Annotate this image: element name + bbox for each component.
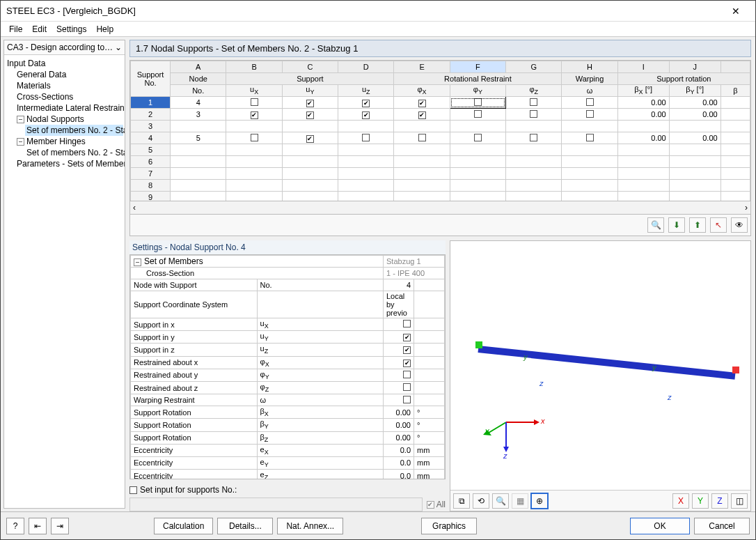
grid-cell[interactable] xyxy=(617,180,669,192)
checkbox[interactable] xyxy=(362,134,370,141)
grid-cell[interactable] xyxy=(282,180,338,192)
grid-cell[interactable] xyxy=(338,109,394,121)
grid-cell[interactable] xyxy=(669,192,720,201)
grid-cell[interactable] xyxy=(450,132,505,144)
details-button[interactable]: Details... xyxy=(217,518,273,534)
grid-cell[interactable] xyxy=(338,180,394,192)
grid-cell[interactable]: 0.00 xyxy=(669,109,720,121)
row-header[interactable]: 8 xyxy=(131,180,171,192)
checkbox[interactable] xyxy=(306,111,314,119)
checkbox[interactable] xyxy=(251,134,258,141)
row-header[interactable]: 5 xyxy=(131,144,171,156)
tree-inputdata[interactable]: Input Data xyxy=(6,58,123,69)
excel-import-icon[interactable]: ⬆ xyxy=(689,217,706,233)
case-dropdown[interactable]: CA3 - Design according to Euro ⌄ xyxy=(4,40,125,55)
grid-cell[interactable] xyxy=(720,109,750,121)
grid-cell[interactable] xyxy=(171,192,226,201)
grid-cell[interactable] xyxy=(720,121,750,132)
graphics-button[interactable]: Graphics xyxy=(421,518,477,534)
row-header[interactable]: 3 xyxy=(131,121,171,132)
cancel-button[interactable]: Cancel xyxy=(694,518,750,534)
view-z-icon[interactable]: Z xyxy=(711,493,728,509)
nav-tree[interactable]: Input Data General Data Materials Cross-… xyxy=(4,55,125,508)
checkbox[interactable] xyxy=(474,134,482,141)
grid-cell[interactable] xyxy=(562,168,617,180)
grid-cell[interactable] xyxy=(506,132,562,144)
view-iso-icon[interactable]: ◫ xyxy=(731,493,748,509)
grid-cell[interactable] xyxy=(617,121,669,132)
grid-cell[interactable] xyxy=(720,192,750,201)
grid-cell[interactable] xyxy=(562,192,617,201)
checkbox[interactable] xyxy=(403,320,411,327)
grid-cell[interactable] xyxy=(617,168,669,180)
checkbox[interactable] xyxy=(251,98,258,106)
grid-cell[interactable] xyxy=(394,168,450,180)
collapse-icon[interactable]: – xyxy=(134,259,141,266)
checkbox[interactable] xyxy=(362,100,370,107)
zoom-icon[interactable]: 🔍 xyxy=(647,217,664,233)
grid-cell[interactable] xyxy=(226,109,282,121)
grid-cell[interactable] xyxy=(562,121,617,132)
tree-nodal-set[interactable]: Set of members No. 2 - Sta xyxy=(25,125,123,136)
grid-cell[interactable] xyxy=(226,156,282,168)
grid-cell[interactable] xyxy=(669,121,720,132)
supports-input[interactable] xyxy=(129,497,423,511)
grid-cell[interactable] xyxy=(226,144,282,156)
checkbox[interactable] xyxy=(530,134,537,141)
ok-button[interactable]: OK xyxy=(630,518,690,534)
prev-button[interactable]: ⇤ xyxy=(29,518,47,534)
row-header[interactable]: 9 xyxy=(131,192,171,201)
grid-cell[interactable] xyxy=(562,180,617,192)
checkbox[interactable] xyxy=(403,383,411,391)
grid-cell[interactable] xyxy=(282,156,338,168)
grid-cell[interactable] xyxy=(226,180,282,192)
grid-cell[interactable] xyxy=(282,144,338,156)
set-input-checkbox[interactable] xyxy=(129,486,137,494)
checkbox[interactable] xyxy=(418,111,426,119)
checkbox[interactable] xyxy=(586,110,594,118)
grid-cell[interactable] xyxy=(562,109,617,121)
view-orbit-icon[interactable]: ⟲ xyxy=(473,493,489,509)
grid-cell[interactable] xyxy=(720,168,750,180)
grid-cell[interactable] xyxy=(282,121,338,132)
grid-cell[interactable] xyxy=(506,168,562,180)
grid-cell[interactable]: 0.00 xyxy=(669,132,720,144)
grid-cell[interactable] xyxy=(720,180,750,192)
menu-help[interactable]: Help xyxy=(96,24,113,34)
row-header[interactable]: 6 xyxy=(131,156,171,168)
tree-general[interactable]: General Data xyxy=(15,69,123,80)
grid-cell[interactable] xyxy=(506,192,562,201)
grid-cell[interactable]: 0.00 xyxy=(669,97,720,109)
grid-cell[interactable] xyxy=(506,109,562,121)
view-support-icon[interactable]: ⊕ xyxy=(531,493,548,509)
help-button[interactable]: ? xyxy=(6,518,24,534)
excel-export-icon[interactable]: ⬇ xyxy=(668,217,685,233)
grid-cell[interactable] xyxy=(394,132,450,144)
grid-cell[interactable]: 0.00 xyxy=(617,97,669,109)
grid-cell[interactable] xyxy=(669,144,720,156)
checkbox[interactable] xyxy=(403,360,411,367)
grid-cell[interactable] xyxy=(669,168,720,180)
grid-cell[interactable] xyxy=(394,97,450,109)
grid-cell[interactable] xyxy=(450,168,505,180)
tree-cross[interactable]: Cross-Sections xyxy=(15,91,123,102)
menu-edit[interactable]: Edit xyxy=(32,24,47,34)
grid-cell[interactable] xyxy=(506,144,562,156)
grid-cell[interactable] xyxy=(338,132,394,144)
grid-cell[interactable] xyxy=(562,144,617,156)
scroll-right-icon[interactable]: › xyxy=(745,203,748,213)
grid-cell[interactable] xyxy=(394,121,450,132)
menu-file[interactable]: File xyxy=(9,24,22,34)
grid-cell[interactable]: 5 xyxy=(171,132,226,144)
grid-cell[interactable] xyxy=(720,132,750,144)
tree-hinges[interactable]: –Member Hinges xyxy=(15,136,123,147)
grid-cell[interactable] xyxy=(617,144,669,156)
grid-cell[interactable] xyxy=(338,168,394,180)
view-nav-icon[interactable]: ⧉ xyxy=(453,493,470,509)
grid-cell[interactable]: 0.00 xyxy=(617,132,669,144)
grid-cell[interactable] xyxy=(450,144,505,156)
row-header[interactable]: 4 xyxy=(131,132,171,144)
checkbox[interactable] xyxy=(306,135,314,143)
grid-cell[interactable] xyxy=(394,109,450,121)
checkbox[interactable] xyxy=(306,100,314,107)
